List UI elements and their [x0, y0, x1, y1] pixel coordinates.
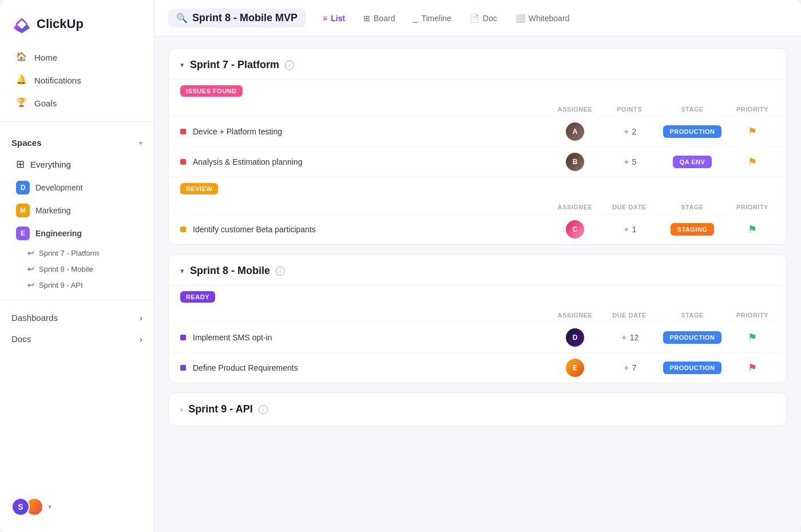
- app-name: ClickUp: [37, 17, 84, 31]
- task-row-4[interactable]: Implement SMS opt-in D ✦ 12 PRODUCTION ⚑: [169, 322, 787, 352]
- marketing-badge: M: [16, 204, 30, 217]
- sprint8-ready-col-headers: ASSIGNEE DUE DATE STAGE PRIORITY: [169, 308, 787, 322]
- task1-assignee: A: [546, 122, 604, 141]
- doc-icon: 📄: [470, 14, 479, 23]
- task5-avatar: E: [566, 359, 584, 377]
- everything-icon: ⊞: [16, 158, 25, 170]
- stage-col-label3: STAGE: [655, 312, 729, 319]
- task2-stage: QA ENV: [655, 156, 729, 168]
- project-title-area[interactable]: 🔍 Sprint 8 - Mobile MVP: [168, 9, 306, 27]
- points3-icon: ✦: [622, 224, 630, 235]
- review-badge: REVIEW: [180, 183, 218, 194]
- task2-priority-flag: ⚑: [748, 156, 757, 168]
- sprint9-collapse-btn[interactable]: ›: [180, 405, 183, 414]
- task2-name: Analysis & Estimation planning: [193, 157, 546, 166]
- task4-name: Implement SMS opt-in: [193, 333, 546, 342]
- sprint9-icon: ↩: [27, 280, 34, 289]
- sprint8-ready-group: READY ASSIGNEE DUE DATE STAGE PRIORITY I…: [169, 285, 787, 383]
- assignee-col-label2: ASSIGNEE: [546, 204, 604, 211]
- task5-dot: [180, 365, 186, 371]
- main-content: 🔍 Sprint 8 - Mobile MVP ≡ List ⊞ Board ⎯…: [154, 0, 801, 532]
- task3-assignee: C: [546, 220, 604, 239]
- task2-points-value: 5: [632, 157, 637, 166]
- task-row-3[interactable]: Identify customer Beta participants C ✦ …: [169, 214, 787, 244]
- task4-priority: ⚑: [729, 331, 775, 344]
- engineering-badge: E: [16, 227, 30, 240]
- sprint8-header: ▾ Sprint 8 - Mobile i: [169, 255, 787, 285]
- task5-assignee: E: [546, 359, 604, 377]
- sprint-card-8: ▾ Sprint 8 - Mobile i READY ASSIGNEE DUE…: [168, 254, 787, 383]
- task3-name: Identify customer Beta participants: [193, 225, 546, 234]
- sidebar-divider-2: [0, 300, 154, 300]
- tab-list[interactable]: ≡ List: [315, 9, 353, 27]
- nav-everything[interactable]: ⊞ Everything: [5, 152, 149, 176]
- assignee-col-label3: ASSIGNEE: [546, 312, 604, 319]
- task1-stage-badge: PRODUCTION: [663, 125, 722, 138]
- sprint7-label: Sprint 7 - Platform: [39, 249, 99, 257]
- stage-col-label: STAGE: [655, 106, 729, 113]
- marketing-letter: M: [20, 207, 26, 215]
- task3-stage: STAGING: [655, 223, 729, 236]
- sprint7-issues-col-headers: ASSIGNEE POINTS STAGE PRIORITY: [169, 102, 787, 116]
- assignee-col-label: ASSIGNEE: [546, 106, 604, 113]
- sidebar-sprint9[interactable]: ↩ Sprint 9 - API: [0, 277, 154, 293]
- user-menu-chevron-icon[interactable]: ▾: [48, 503, 51, 511]
- task3-points: ✦ 1: [604, 224, 655, 235]
- project-title: Sprint 8 - Mobile MVP: [192, 12, 298, 24]
- tab-doc[interactable]: 📄 Doc: [462, 9, 505, 27]
- task2-stage-badge: QA ENV: [673, 156, 712, 168]
- task-row-5[interactable]: Define Product Requirements E ✦ 7 PRODUC…: [169, 352, 787, 383]
- sprint8-title: Sprint 8 - Mobile: [190, 265, 270, 277]
- task5-name: Define Product Requirements: [193, 363, 546, 372]
- tab-doc-label: Doc: [483, 14, 497, 23]
- task4-stage-badge: PRODUCTION: [663, 331, 722, 344]
- sprint7-review-group: REVIEW ASSIGNEE DUE DATE STAGE PRIORITY …: [169, 177, 787, 244]
- spaces-label: Spaces: [11, 138, 42, 148]
- sprint8-collapse-btn[interactable]: ▾: [180, 267, 184, 275]
- space-marketing[interactable]: M Marketing: [5, 199, 149, 222]
- sprint9-label: Sprint 9 - API: [39, 281, 83, 289]
- sprint9-info-icon[interactable]: i: [259, 405, 268, 414]
- nav-home[interactable]: 🏠 Home: [5, 46, 149, 69]
- marketing-label: Marketing: [35, 206, 70, 215]
- nav-notifications-label: Notifications: [34, 76, 81, 85]
- nav-goals[interactable]: 🏆 Goals: [5, 92, 149, 114]
- task3-avatar: C: [566, 220, 584, 239]
- task1-avatar: A: [566, 122, 584, 141]
- priority-col-label3: PRIORITY: [729, 312, 775, 319]
- trophy-icon: 🏆: [16, 97, 27, 109]
- space-development[interactable]: D Development: [5, 176, 149, 199]
- task2-priority: ⚑: [729, 156, 775, 168]
- sprint8-label: Sprint 8 - Mobile: [39, 265, 93, 273]
- content-area: ▾ Sprint 7 - Platform i ISSUES FOUND ASS…: [154, 37, 801, 532]
- sprint7-collapse-btn[interactable]: ▾: [180, 61, 184, 69]
- docs-nav[interactable]: Docs ›: [0, 328, 154, 350]
- dashboards-nav[interactable]: Dashboards ›: [0, 307, 154, 328]
- nav-notifications[interactable]: 🔔 Notifications: [5, 69, 149, 92]
- page-header: 🔍 Sprint 8 - Mobile MVP ≡ List ⊞ Board ⎯…: [154, 0, 801, 37]
- task-row-1[interactable]: Device + Platform testing A ✦ 2 PRODUCTI…: [169, 116, 787, 146]
- sprint8-info-icon[interactable]: i: [276, 267, 285, 276]
- engineering-label: Engineering: [35, 229, 82, 238]
- tab-board[interactable]: ⊞ Board: [355, 9, 403, 27]
- sprint7-info-icon[interactable]: i: [285, 61, 294, 70]
- task-row-2[interactable]: Analysis & Estimation planning B ✦ 5 QA …: [169, 146, 787, 177]
- task4-points: ✦ 12: [604, 332, 655, 343]
- task1-priority-flag: ⚑: [748, 125, 757, 138]
- sprint7-issues-group: ISSUES FOUND ASSIGNEE POINTS STAGE PRIOR…: [169, 79, 787, 177]
- timeline-icon: ⎯: [413, 14, 418, 23]
- tab-timeline[interactable]: ⎯ Timeline: [405, 9, 459, 27]
- clickup-logo-icon: [11, 14, 32, 34]
- docs-chevron-icon: ›: [140, 334, 142, 344]
- task3-points-value: 1: [632, 225, 637, 234]
- spaces-header[interactable]: Spaces ▾: [11, 138, 142, 148]
- task5-priority: ⚑: [729, 362, 775, 374]
- development-badge: D: [16, 181, 30, 194]
- tab-whiteboard[interactable]: ⬜ Whiteboard: [507, 9, 578, 27]
- sidebar-sprint8[interactable]: ↩ Sprint 8 - Mobile: [0, 261, 154, 277]
- space-engineering[interactable]: E Engineering: [5, 222, 149, 245]
- task5-stage-badge: PRODUCTION: [663, 362, 722, 374]
- sprint7-issues-header: ISSUES FOUND: [169, 80, 787, 102]
- sprint8-ready-header: READY: [169, 285, 787, 308]
- sidebar-sprint7[interactable]: ↩ Sprint 7 - Platform: [0, 245, 154, 261]
